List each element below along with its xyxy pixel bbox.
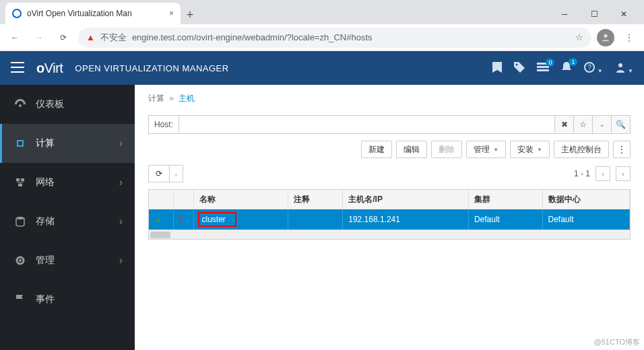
browser-tab[interactable]: oVirt Open Virtualization Man × bbox=[5, 3, 181, 24]
sidebar-item-compute[interactable]: 计算 › bbox=[0, 124, 135, 163]
breadcrumb-current[interactable]: 主机 bbox=[179, 94, 195, 103]
chevron-right-icon: › bbox=[119, 215, 123, 228]
insecure-label: 不安全 bbox=[100, 32, 127, 44]
page-prev-button[interactable]: ‹ bbox=[595, 166, 610, 181]
chevron-right-icon: › bbox=[119, 176, 123, 188]
close-window-button[interactable]: ✕ bbox=[609, 4, 639, 24]
alerts-badge: 1 bbox=[569, 58, 577, 66]
bookmark-star-icon[interactable]: ☆ bbox=[575, 32, 583, 42]
bookmark-icon[interactable] bbox=[492, 62, 502, 75]
browser-menu-button[interactable]: ⋮ bbox=[620, 28, 639, 47]
status-up-icon: ▲ bbox=[154, 215, 162, 224]
search-bar: Host: ✖ ☆ ⌄ 🔍 bbox=[148, 115, 631, 134]
refresh-dropdown-button[interactable]: ⌄ bbox=[169, 165, 183, 182]
svg-point-17 bbox=[16, 217, 24, 219]
pager-text: 1 - 1 bbox=[574, 169, 590, 178]
hostname-cell: 192.168.1.241 bbox=[343, 209, 469, 230]
watermark: @51CTO博客 bbox=[594, 337, 640, 347]
search-button[interactable]: 🔍 bbox=[611, 116, 630, 133]
more-actions-button[interactable]: ⋮ bbox=[613, 141, 631, 158]
install-button[interactable]: 安装▼ bbox=[510, 141, 550, 158]
browser-tab-strip: oVirt Open Virtualization Man × + ─ ☐ ✕ bbox=[0, 0, 644, 24]
comment-cell bbox=[288, 209, 343, 230]
tasks-badge: 0 bbox=[546, 59, 554, 67]
help-icon[interactable]: ? ▼ bbox=[584, 62, 602, 75]
caret-down-icon: ▼ bbox=[537, 147, 542, 153]
dashboard-icon bbox=[14, 99, 26, 110]
sidebar-item-events[interactable]: 事件 bbox=[0, 280, 135, 319]
search-input[interactable] bbox=[179, 116, 554, 133]
browser-toolbar: ← → ⟳ ▲ 不安全 engine.test.com/ovirt-engine… bbox=[0, 24, 644, 51]
svg-point-11 bbox=[19, 104, 22, 107]
bell-icon[interactable]: 1 bbox=[561, 62, 572, 75]
tag-icon[interactable] bbox=[514, 62, 525, 75]
url-text: engine.test.com/ovirt-engine/webadmin/?l… bbox=[132, 32, 373, 42]
profile-avatar-icon[interactable] bbox=[597, 29, 614, 46]
sidebar-label: 存储 bbox=[36, 215, 55, 228]
edit-button[interactable]: 编辑 bbox=[396, 141, 427, 158]
user-menu-icon[interactable]: ▼ bbox=[615, 62, 633, 75]
sidebar-label: 计算 bbox=[36, 137, 55, 149]
sidebar-label: 网络 bbox=[36, 176, 55, 188]
sidebar-item-network[interactable]: 网络 › bbox=[0, 163, 135, 202]
th-cluster[interactable]: 集群 bbox=[468, 190, 542, 209]
svg-text:?: ? bbox=[588, 64, 592, 71]
sidebar-item-admin[interactable]: 管理 › bbox=[0, 241, 135, 280]
flag-icon bbox=[14, 294, 26, 305]
forward-button[interactable]: → bbox=[30, 28, 49, 47]
tasks-icon[interactable]: 0 bbox=[537, 63, 549, 74]
tab-title: oVirt Open Virtualization Man bbox=[27, 9, 164, 18]
svg-rect-1 bbox=[11, 62, 24, 63]
svg-rect-13 bbox=[18, 141, 22, 145]
warning-icon: ! bbox=[179, 215, 182, 224]
svg-point-4 bbox=[516, 63, 518, 65]
sidebar-label: 仪表板 bbox=[36, 98, 64, 110]
favorite-search-button[interactable]: ☆ bbox=[573, 116, 592, 133]
cluster-cell: Default bbox=[468, 209, 542, 230]
back-button[interactable]: ← bbox=[5, 28, 24, 47]
cell-highlight: cluster bbox=[198, 212, 236, 227]
th-datacenter[interactable]: 数据中心 bbox=[542, 190, 629, 209]
host-console-button[interactable]: 主机控制台 bbox=[554, 141, 609, 158]
maximize-button[interactable]: ☐ bbox=[579, 4, 609, 24]
action-toolbar: 新建 编辑 删除 管理▼ 安装▼ 主机控制台 ⋮ bbox=[148, 141, 631, 158]
hosts-table: 名称 注释 主机名/IP 集群 数据中心 ▲ ! cluster 192.168… bbox=[148, 189, 631, 240]
status-cell: ▲ bbox=[149, 209, 173, 230]
app-title: OPEN VIRTUALIZATION MANAGER bbox=[75, 63, 228, 73]
gear-icon bbox=[14, 255, 26, 266]
sidebar-item-storage[interactable]: 存储 › bbox=[0, 202, 135, 241]
svg-rect-2 bbox=[11, 67, 24, 68]
delete-button[interactable]: 删除 bbox=[431, 141, 462, 158]
favicon-icon bbox=[12, 9, 22, 18]
name-cell[interactable]: cluster bbox=[193, 209, 288, 230]
insecure-warning-icon: ▲ bbox=[86, 32, 95, 42]
minimize-button[interactable]: ─ bbox=[550, 4, 579, 24]
refresh-button[interactable]: ⟳ bbox=[148, 165, 169, 182]
manage-button[interactable]: 管理▼ bbox=[466, 141, 506, 158]
breadcrumb-root[interactable]: 计算 bbox=[148, 94, 164, 103]
th-name[interactable]: 名称 bbox=[193, 190, 288, 209]
new-tab-button[interactable]: + bbox=[181, 5, 199, 24]
datacenter-cell: Default bbox=[542, 209, 629, 230]
svg-rect-14 bbox=[16, 178, 20, 181]
svg-rect-16 bbox=[18, 184, 22, 186]
th-comment[interactable]: 注释 bbox=[288, 190, 343, 209]
chevron-right-icon: › bbox=[119, 254, 123, 267]
reload-button[interactable]: ⟳ bbox=[54, 28, 73, 47]
hamburger-menu-icon[interactable] bbox=[11, 62, 24, 75]
table-row[interactable]: ▲ ! cluster 192.168.1.241 Default Defaul… bbox=[149, 209, 630, 230]
page-next-button[interactable]: › bbox=[616, 166, 631, 181]
search-dropdown-button[interactable]: ⌄ bbox=[592, 116, 611, 133]
address-bar[interactable]: ▲ 不安全 engine.test.com/ovirt-engine/webad… bbox=[78, 28, 591, 48]
clear-search-button[interactable]: ✖ bbox=[554, 116, 573, 133]
new-button[interactable]: 新建 bbox=[361, 141, 392, 158]
cpu-icon bbox=[14, 138, 26, 149]
sidebar-label: 事件 bbox=[36, 293, 55, 306]
th-hostname[interactable]: 主机名/IP bbox=[343, 190, 469, 209]
close-icon[interactable]: × bbox=[169, 9, 174, 18]
horizontal-scrollbar[interactable] bbox=[149, 230, 630, 239]
svg-point-19 bbox=[19, 259, 22, 262]
svg-rect-3 bbox=[11, 71, 24, 73]
sidebar-item-dashboard[interactable]: 仪表板 bbox=[0, 85, 135, 124]
app-header: oVirt OPEN VIRTUALIZATION MANAGER 0 1 ? … bbox=[0, 51, 644, 85]
